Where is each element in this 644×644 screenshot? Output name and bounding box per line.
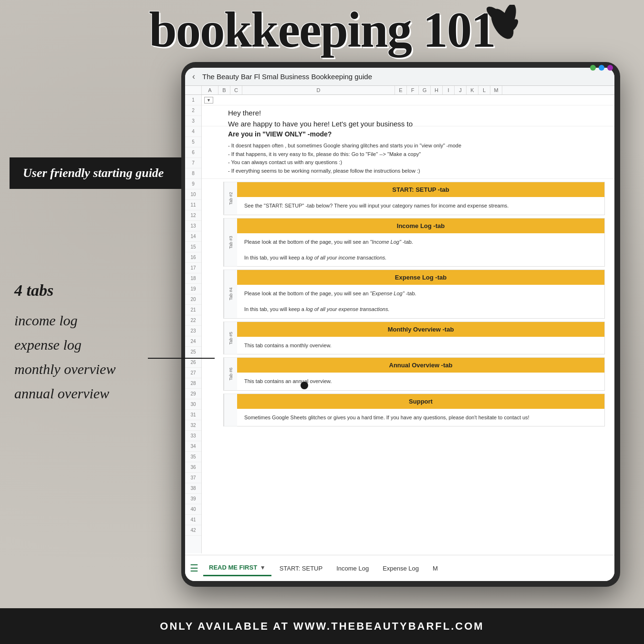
footer-bar: ONLY AVAILABLE AT WWW.THEBEAUTYBARFL.COM bbox=[0, 608, 644, 644]
tablet-mockup: ‹ The Beauty Bar Fl Smal Business Bookke… bbox=[181, 62, 644, 596]
row-18: 18 bbox=[185, 273, 201, 284]
row-33: 33 bbox=[185, 431, 201, 441]
row-14: 14 bbox=[185, 231, 201, 242]
row-37: 37 bbox=[185, 473, 201, 483]
tab-2-label: Tab #2 bbox=[224, 182, 237, 215]
tab-expense-log[interactable]: Expense Log bbox=[377, 561, 425, 576]
row-19: 19 bbox=[185, 284, 201, 294]
row-11: 11 bbox=[185, 200, 201, 210]
tab-5-header: Monthly Overview -tab bbox=[237, 322, 604, 337]
row-41: 41 bbox=[185, 515, 201, 525]
row-2-content: Hey there! We are happy to have you here… bbox=[202, 105, 614, 126]
row-7: 7 bbox=[185, 158, 201, 168]
tab-dropdown-arrow: ▼ bbox=[260, 564, 266, 571]
connector-line bbox=[148, 358, 215, 359]
row-23: 23 bbox=[185, 326, 201, 336]
row-6: 6 bbox=[185, 147, 201, 158]
feature-intro: 4 tabs bbox=[14, 277, 115, 304]
view-only-question: Are you in "VIEW ONLY" -mode? bbox=[228, 130, 607, 138]
tab-2-header: START: SETUP -tab bbox=[237, 182, 604, 197]
feature-expense-log: expense log bbox=[14, 332, 115, 357]
col-f: F bbox=[407, 86, 419, 94]
tab-6-content: Annual Overview -tab This tab contains a… bbox=[237, 358, 604, 390]
row-32: 32 bbox=[185, 420, 201, 431]
hamburger-icon[interactable]: ☰ bbox=[190, 562, 198, 574]
row-16: 16 bbox=[185, 252, 201, 263]
support-body: Sometimes Google Sheets glitches or give… bbox=[237, 409, 604, 426]
row-22: 22 bbox=[185, 315, 201, 326]
column-headers-row: A B C D E F G H I J K L M bbox=[185, 86, 614, 95]
row-25: 25 bbox=[185, 347, 201, 357]
tab-4-label: Tab #4 bbox=[224, 270, 237, 318]
dot-green bbox=[590, 65, 596, 71]
tab-4-content: Expense Log -tab Please look at the bott… bbox=[237, 270, 604, 318]
features-list: 4 tabs income log expense log monthly ov… bbox=[14, 277, 115, 405]
tab-4-section: Tab #4 Expense Log -tab Please look at t… bbox=[223, 270, 605, 319]
row-12: 12 bbox=[185, 210, 201, 221]
row-24: 24 bbox=[185, 336, 201, 347]
leaves-decoration-icon bbox=[478, 5, 521, 48]
row-10: 10 bbox=[185, 189, 201, 200]
row-29: 29 bbox=[185, 389, 201, 399]
row-35: 35 bbox=[185, 452, 201, 462]
row-15: 15 bbox=[185, 242, 201, 252]
row-3: 3 bbox=[185, 116, 201, 126]
tab-income-log[interactable]: Income Log bbox=[331, 561, 374, 576]
tab-6-body: This tab contains an annual overview. bbox=[237, 373, 604, 390]
tab-5-content: Monthly Overview -tab This tab contains … bbox=[237, 322, 604, 354]
row-2: 2 bbox=[185, 105, 201, 116]
row-num-header bbox=[185, 86, 202, 94]
row-26: 26 bbox=[185, 357, 201, 368]
row-36: 36 bbox=[185, 462, 201, 473]
tab-more[interactable]: M bbox=[427, 561, 444, 576]
row-42: 42 bbox=[185, 525, 201, 536]
tab-read-me-first[interactable]: READ ME FIRST ▼ bbox=[203, 560, 271, 576]
row-30: 30 bbox=[185, 399, 201, 410]
row-28: 28 bbox=[185, 378, 201, 389]
feature-income-log: income log bbox=[14, 308, 115, 332]
tab-6-section: Tab #6 Annual Overview -tab This tab con… bbox=[223, 357, 605, 391]
row-1: 1 bbox=[185, 95, 201, 105]
col-a: A bbox=[202, 86, 218, 94]
row-27: 27 bbox=[185, 368, 201, 378]
tab-3-section: Tab #3 Income Log -tab Please look at th… bbox=[223, 218, 605, 267]
col-i: I bbox=[443, 86, 455, 94]
col-k: K bbox=[467, 86, 478, 94]
row-20: 20 bbox=[185, 294, 201, 305]
tab-2-section: Tab #2 START: SETUP -tab See the "START:… bbox=[223, 182, 605, 215]
col-l: L bbox=[478, 86, 490, 94]
tab-6-label: Tab #6 bbox=[224, 358, 237, 390]
col-m: M bbox=[490, 86, 502, 94]
row-17: 17 bbox=[185, 263, 201, 273]
back-arrow-icon[interactable]: ‹ bbox=[192, 72, 195, 82]
tab-3-header: Income Log -tab bbox=[237, 218, 604, 233]
row-39: 39 bbox=[185, 494, 201, 504]
row-40: 40 bbox=[185, 504, 201, 515]
row-5: 5 bbox=[185, 137, 201, 147]
row-1-content: ▼ bbox=[202, 95, 614, 105]
bullet-2: - If that happens, it is very easy to fi… bbox=[228, 150, 607, 159]
dot-blue bbox=[599, 65, 604, 71]
sheet-tab-bar: ☰ READ ME FIRST ▼ START: SETUP Income Lo… bbox=[185, 555, 614, 581]
tablet-screen: ‹ The Beauty Bar Fl Smal Business Bookke… bbox=[185, 68, 614, 581]
view-only-section: Are you in "VIEW ONLY" -mode? - It doesn… bbox=[202, 126, 614, 179]
support-content: Support Sometimes Google Sheets glitches… bbox=[237, 394, 604, 426]
row-31: 31 bbox=[185, 410, 201, 420]
footer-text: ONLY AVAILABLE AT WWW.THEBEAUTYBARFL.COM bbox=[160, 620, 484, 633]
tab-start-setup[interactable]: START: SETUP bbox=[274, 561, 329, 576]
col-c: C bbox=[230, 86, 242, 94]
tab-4-header: Expense Log -tab bbox=[237, 270, 604, 285]
col-g: G bbox=[419, 86, 431, 94]
spreadsheet-body: 1 2 3 4 5 6 7 8 9 10 11 12 13 14 15 16 1 bbox=[185, 95, 614, 553]
feature-monthly-overview: monthly overview bbox=[14, 357, 115, 381]
tab-3-label: Tab #3 bbox=[224, 218, 237, 267]
support-section: Support Sometimes Google Sheets glitches… bbox=[223, 394, 605, 427]
support-label bbox=[224, 394, 237, 426]
bullet-3: - You can always contact us with any que… bbox=[228, 158, 607, 167]
main-title: bookkeeping 101 bbox=[149, 5, 495, 55]
bullet-items: - It doesnt happen often , but sometimes… bbox=[228, 142, 607, 175]
tab-2-body: See the "START: SETUP" -tab below? There… bbox=[237, 197, 604, 215]
col-e: E bbox=[395, 86, 407, 94]
badge-text: User friendly starting guide bbox=[23, 166, 164, 180]
tab-5-label: Tab #5 bbox=[224, 322, 237, 354]
